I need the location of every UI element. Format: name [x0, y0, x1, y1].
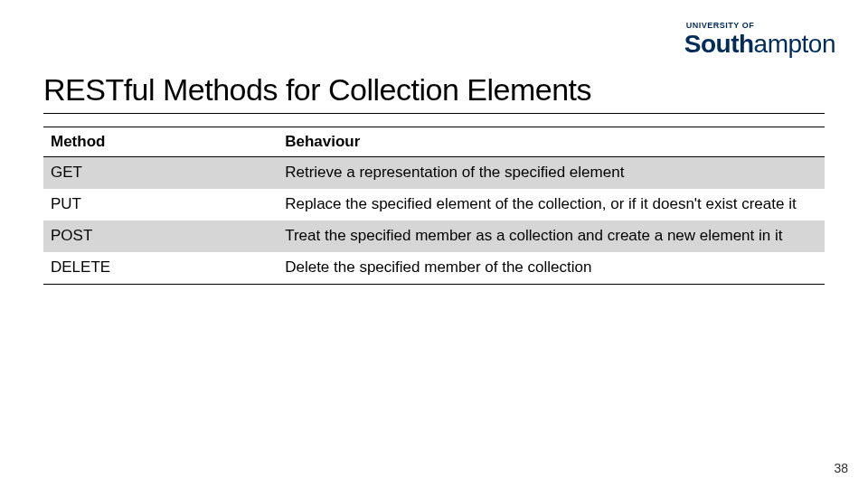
cell-behaviour: Retrieve a representation of the specifi…: [278, 157, 825, 189]
logo-main-rest: ampton: [754, 30, 835, 58]
table-header-row: Method Behaviour: [43, 127, 825, 157]
cell-method: POST: [43, 221, 278, 252]
cell-behaviour: Delete the specified member of the colle…: [278, 252, 825, 284]
table-row: DELETE Delete the specified member of th…: [43, 252, 825, 284]
header-behaviour: Behaviour: [278, 127, 825, 157]
logo-top-text: UNIVERSITY OF: [686, 22, 754, 30]
page-title: RESTful Methods for Collection Elements: [43, 72, 825, 108]
university-logo: UNIVERSITY OF Southampton: [684, 22, 835, 57]
cell-method: GET: [43, 157, 278, 189]
page-number: 38: [834, 461, 848, 475]
slide: UNIVERSITY OF Southampton RESTful Method…: [0, 0, 868, 488]
logo-main-text: Southampton: [684, 32, 835, 57]
methods-table: Method Behaviour GET Retrieve a represen…: [43, 127, 825, 285]
cell-behaviour: Treat the specified member as a collecti…: [278, 221, 825, 252]
cell-method: DELETE: [43, 252, 278, 284]
title-underline: [43, 113, 825, 114]
table-row: GET Retrieve a representation of the spe…: [43, 157, 825, 189]
header-method: Method: [43, 127, 278, 157]
table-row: PUT Replace the specified element of the…: [43, 189, 825, 221]
cell-method: PUT: [43, 189, 278, 221]
table-row: POST Treat the specified member as a col…: [43, 221, 825, 252]
logo-main-bold: South: [684, 30, 754, 58]
cell-behaviour: Replace the specified element of the col…: [278, 189, 825, 221]
logo-text: UNIVERSITY OF Southampton: [684, 22, 835, 57]
